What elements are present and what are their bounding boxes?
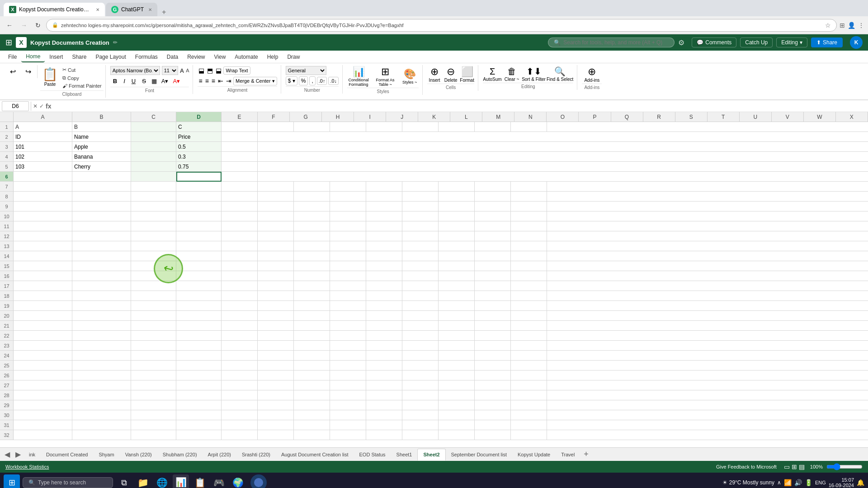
cell-23-5[interactable] bbox=[258, 341, 294, 351]
cell-18-5[interactable] bbox=[258, 291, 294, 301]
cell-23-10[interactable] bbox=[439, 341, 475, 351]
cell-26-4[interactable] bbox=[222, 371, 258, 380]
cell-13-1[interactable] bbox=[72, 241, 131, 251]
cell-29-6[interactable] bbox=[294, 400, 330, 410]
row-num-26[interactable]: 26 bbox=[0, 371, 14, 380]
address-bar[interactable]: 🔒 zehntechno logies-my.sharepoint.com/xc… bbox=[46, 19, 837, 32]
cell-15-10[interactable] bbox=[439, 261, 475, 271]
cell-B2[interactable]: Name bbox=[72, 132, 131, 142]
cell-22-10[interactable] bbox=[439, 331, 475, 341]
cell-27-3[interactable] bbox=[176, 380, 222, 390]
autosum-button[interactable]: Σ AutoSum bbox=[483, 66, 502, 82]
cell-18-8[interactable] bbox=[366, 291, 402, 301]
language-indicator[interactable]: ENG bbox=[815, 480, 826, 485]
cell-15-12[interactable] bbox=[511, 261, 547, 271]
cell-11-4[interactable] bbox=[222, 221, 258, 231]
cell-16-12[interactable] bbox=[511, 271, 547, 281]
cell-31-6[interactable] bbox=[294, 420, 330, 430]
cell-10-2[interactable] bbox=[131, 211, 176, 221]
sheet-tab-vansh[interactable]: Vansh (220) bbox=[120, 449, 157, 460]
cell-28-11[interactable] bbox=[475, 390, 511, 400]
cell-11-3[interactable] bbox=[176, 221, 222, 231]
cell-15-5[interactable] bbox=[258, 261, 294, 271]
cell-28-4[interactable] bbox=[222, 390, 258, 400]
cell-22-8[interactable] bbox=[366, 331, 402, 341]
border-button[interactable]: ▦ bbox=[150, 77, 159, 85]
cell-E6[interactable] bbox=[222, 172, 258, 182]
cell-28-0[interactable] bbox=[14, 390, 72, 400]
cell-10-9[interactable] bbox=[402, 211, 439, 221]
cell-21-12[interactable] bbox=[511, 321, 547, 331]
cell-25-10[interactable] bbox=[439, 361, 475, 371]
ribbon-menu-item-home[interactable]: Home bbox=[21, 52, 45, 62]
cell-32-6[interactable] bbox=[294, 430, 330, 440]
cell-20-12[interactable] bbox=[511, 311, 547, 321]
cell-25-6[interactable] bbox=[294, 361, 330, 371]
col-header-U[interactable]: U bbox=[740, 112, 772, 122]
cell-D1[interactable]: C bbox=[176, 122, 222, 132]
row-num-20[interactable]: 20 bbox=[0, 311, 14, 321]
cell-7-7[interactable] bbox=[330, 182, 366, 192]
cell-28-12[interactable] bbox=[511, 390, 547, 400]
cell-9-4[interactable] bbox=[222, 202, 258, 211]
cell-8-7[interactable] bbox=[330, 192, 366, 202]
cell-19-1[interactable] bbox=[72, 301, 131, 311]
cell-17-6[interactable] bbox=[294, 281, 330, 291]
cell-21-4[interactable] bbox=[222, 321, 258, 331]
settings-gear-icon[interactable]: ⚙ bbox=[678, 38, 684, 47]
cell-22-11[interactable] bbox=[475, 331, 511, 341]
chevron-up-icon[interactable]: ∧ bbox=[777, 479, 781, 486]
cell-27-10[interactable] bbox=[439, 380, 475, 390]
row-num-23[interactable]: 23 bbox=[0, 341, 14, 351]
cell-27-12[interactable] bbox=[511, 380, 547, 390]
cell-12-2[interactable] bbox=[131, 231, 176, 241]
cell-B3[interactable]: Apple bbox=[72, 142, 131, 152]
cell-31-5[interactable] bbox=[258, 420, 294, 430]
cell-31-11[interactable] bbox=[475, 420, 511, 430]
network-icon[interactable]: 📶 bbox=[784, 479, 792, 486]
col-header-T[interactable]: T bbox=[708, 112, 740, 122]
cell-16-2[interactable] bbox=[131, 271, 176, 281]
cell-32-7[interactable] bbox=[330, 430, 366, 440]
sheet-tab-add[interactable]: + bbox=[580, 450, 592, 459]
cell-14-10[interactable] bbox=[439, 251, 475, 261]
strikethrough-button[interactable]: S bbox=[139, 76, 149, 86]
cell-24-10[interactable] bbox=[439, 351, 475, 361]
wrap-text-button[interactable]: Wrap Text bbox=[223, 66, 250, 75]
cell-14-9[interactable] bbox=[402, 251, 439, 261]
cell-12-6[interactable] bbox=[294, 231, 330, 241]
cell-12-3[interactable] bbox=[176, 231, 222, 241]
col-header-N[interactable]: N bbox=[514, 112, 547, 122]
layout-view-button[interactable]: ⊞ bbox=[792, 463, 797, 470]
cell-26-12[interactable] bbox=[511, 371, 547, 380]
excel-search-container[interactable]: 🔍 bbox=[548, 38, 675, 47]
cell-10-4[interactable] bbox=[222, 211, 258, 221]
cell-31-0[interactable] bbox=[14, 420, 72, 430]
cell-24-0[interactable] bbox=[14, 351, 72, 361]
cell-29-9[interactable] bbox=[402, 400, 439, 410]
cell-9-12[interactable] bbox=[511, 202, 547, 211]
font-increase-button[interactable]: A bbox=[180, 67, 184, 74]
cell-31-4[interactable] bbox=[222, 420, 258, 430]
cell-28-3[interactable] bbox=[176, 390, 222, 400]
cell-31-3[interactable] bbox=[176, 420, 222, 430]
cell-14-0[interactable] bbox=[14, 251, 72, 261]
cell-13-9[interactable] bbox=[402, 241, 439, 251]
col-header-P[interactable]: P bbox=[579, 112, 611, 122]
cell-29-5[interactable] bbox=[258, 400, 294, 410]
cell-23-11[interactable] bbox=[475, 341, 511, 351]
cell-21-11[interactable] bbox=[475, 321, 511, 331]
cell-14-7[interactable] bbox=[330, 251, 366, 261]
comments-button[interactable]: 💬 Comments bbox=[692, 38, 736, 47]
sheet-tab-september[interactable]: September Document list bbox=[446, 449, 513, 460]
cell-21-1[interactable] bbox=[72, 321, 131, 331]
cell-8-5[interactable] bbox=[258, 192, 294, 202]
redo-button[interactable]: ↪ bbox=[21, 66, 35, 77]
cell-8-6[interactable] bbox=[294, 192, 330, 202]
cell-30-7[interactable] bbox=[330, 410, 366, 420]
cell-B1[interactable]: B bbox=[72, 122, 131, 132]
cell-A6[interactable] bbox=[14, 172, 72, 182]
cell-24-12[interactable] bbox=[511, 351, 547, 361]
forward-button[interactable]: → bbox=[18, 20, 30, 31]
taskbar-search[interactable]: 🔍 Type here to search bbox=[23, 477, 113, 488]
